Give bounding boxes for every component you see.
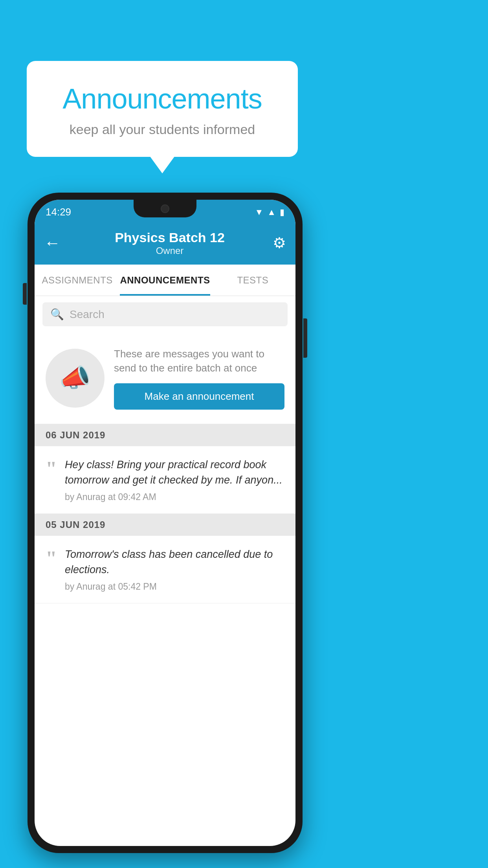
- megaphone-icon: 📣: [59, 363, 91, 393]
- status-time: 14:29: [46, 206, 71, 218]
- wifi-icon: ▼: [255, 207, 263, 217]
- app-bar-subtitle: Owner: [67, 245, 273, 256]
- date-divider-2: 05 JUN 2019: [35, 514, 295, 536]
- phone-side-button-right: [303, 318, 307, 358]
- phone-screen: 14:29 ▼ ▲ ▮ ← Physics Batch 12 Owner ⚙: [35, 200, 295, 846]
- bubble-subtitle: keep all your students informed: [50, 122, 274, 137]
- cta-description: These are messages you want to send to t…: [114, 347, 284, 375]
- announcement-item-2: " Tomorrow's class has been cancelled du…: [35, 536, 295, 603]
- phone-side-button-left: [23, 283, 27, 305]
- settings-icon[interactable]: ⚙: [273, 234, 286, 252]
- content-area: 🔍 Search 📣 These are messages you want t…: [35, 296, 295, 603]
- search-container: 🔍 Search: [35, 296, 295, 333]
- speech-bubble-container: Announcements keep all your students inf…: [27, 61, 298, 157]
- date-divider-1: 06 JUN 2019: [35, 424, 295, 446]
- camera: [161, 204, 169, 213]
- announcement-meta-1: by Anurag at 09:42 AM: [65, 492, 284, 502]
- speech-bubble: Announcements keep all your students inf…: [27, 61, 298, 157]
- tab-announcements[interactable]: ANNOUNCEMENTS: [120, 265, 210, 296]
- tabs-bar: ASSIGNMENTS ANNOUNCEMENTS TESTS: [35, 265, 295, 296]
- app-bar: ← Physics Batch 12 Owner ⚙: [35, 221, 295, 265]
- cta-card: 📣 These are messages you want to send to…: [35, 333, 295, 424]
- megaphone-circle: 📣: [46, 349, 105, 408]
- search-input[interactable]: Search: [70, 308, 105, 321]
- make-announcement-button[interactable]: Make an announcement: [114, 383, 284, 410]
- announcement-item-1: " Hey class! Bring your practical record…: [35, 446, 295, 514]
- app-bar-title-section: Physics Batch 12 Owner: [67, 230, 273, 256]
- quote-icon-1: ": [46, 459, 57, 479]
- app-bar-title: Physics Batch 12: [67, 230, 273, 245]
- search-icon: 🔍: [50, 308, 64, 321]
- status-icons: ▼ ▲ ▮: [255, 207, 284, 217]
- phone-notch: [134, 200, 196, 217]
- announcement-text-1: Hey class! Bring your practical record b…: [65, 457, 284, 488]
- cta-right: These are messages you want to send to t…: [114, 347, 284, 410]
- phone-container: 14:29 ▼ ▲ ▮ ← Physics Batch 12 Owner ⚙: [28, 193, 303, 853]
- announcement-content-1: Hey class! Bring your practical record b…: [65, 457, 284, 502]
- announcement-meta-2: by Anurag at 05:42 PM: [65, 581, 284, 592]
- tab-tests[interactable]: TESTS: [210, 265, 295, 296]
- battery-icon: ▮: [280, 207, 284, 217]
- phone-outer: 14:29 ▼ ▲ ▮ ← Physics Batch 12 Owner ⚙: [28, 193, 303, 853]
- signal-icon: ▲: [267, 207, 276, 217]
- announcement-content-2: Tomorrow's class has been cancelled due …: [65, 547, 284, 592]
- quote-icon-2: ": [46, 548, 57, 569]
- tab-assignments[interactable]: ASSIGNMENTS: [35, 265, 120, 296]
- bubble-title: Announcements: [50, 83, 274, 115]
- search-input-wrapper[interactable]: 🔍 Search: [42, 302, 288, 326]
- announcement-text-2: Tomorrow's class has been cancelled due …: [65, 547, 284, 577]
- back-button[interactable]: ←: [44, 234, 61, 252]
